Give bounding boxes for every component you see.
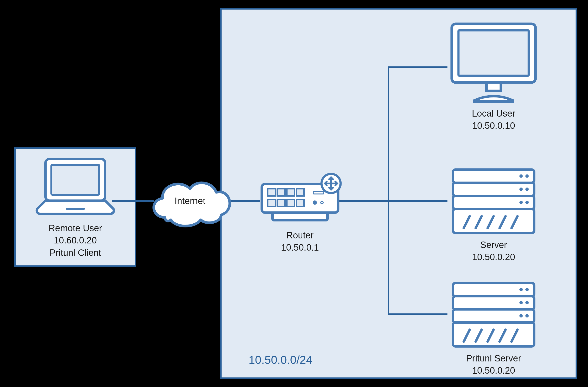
monitor-icon xyxy=(447,20,540,104)
link-vertical-bus xyxy=(388,66,389,315)
router-label: Router 10.50.0.1 xyxy=(259,229,341,254)
svg-rect-8 xyxy=(296,189,304,196)
remote-user-label: Remote User 10.60.0.20 Pritunl Client xyxy=(14,222,136,259)
svg-point-26 xyxy=(525,187,529,191)
internet-label: Internet xyxy=(167,195,213,207)
svg-point-28 xyxy=(525,201,529,204)
svg-rect-18 xyxy=(459,30,529,76)
svg-rect-6 xyxy=(277,189,285,196)
link-to-local-user xyxy=(388,66,447,68)
svg-rect-4 xyxy=(273,213,327,220)
svg-point-43 xyxy=(525,314,529,318)
svg-rect-12 xyxy=(296,200,304,207)
svg-point-41 xyxy=(525,301,529,304)
router-icon xyxy=(259,179,341,229)
server-icon xyxy=(447,167,540,237)
svg-rect-10 xyxy=(277,200,285,207)
svg-point-27 xyxy=(519,201,523,204)
server-label: Server 10.50.0.20 xyxy=(447,239,540,264)
svg-point-25 xyxy=(519,187,523,191)
svg-point-14 xyxy=(321,201,323,204)
svg-point-13 xyxy=(313,201,317,205)
svg-point-24 xyxy=(525,174,529,178)
svg-rect-2 xyxy=(66,208,85,210)
svg-rect-7 xyxy=(287,189,294,196)
svg-point-42 xyxy=(519,314,523,318)
link-router-trunk xyxy=(339,200,389,202)
svg-rect-11 xyxy=(287,200,294,207)
laptop-icon xyxy=(32,157,118,221)
svg-point-40 xyxy=(519,301,523,304)
svg-rect-9 xyxy=(268,200,275,207)
network-diagram: Internet xyxy=(0,0,588,387)
vpn-server-icon xyxy=(447,281,540,350)
pritunl-server-label: Pritunl Server 10.50.0.20 xyxy=(447,352,540,377)
subnet-label: 10.50.0.0/24 xyxy=(249,352,344,368)
svg-point-23 xyxy=(519,174,523,178)
svg-point-39 xyxy=(525,288,529,291)
link-to-server xyxy=(388,200,447,202)
svg-rect-1 xyxy=(51,165,99,195)
svg-point-38 xyxy=(519,288,523,291)
local-user-label: Local User 10.50.0.10 xyxy=(447,107,540,132)
svg-rect-5 xyxy=(268,189,275,196)
link-to-pritunl-server xyxy=(388,313,447,315)
svg-rect-37 xyxy=(453,323,534,346)
svg-rect-22 xyxy=(453,209,534,233)
svg-rect-15 xyxy=(313,192,324,194)
